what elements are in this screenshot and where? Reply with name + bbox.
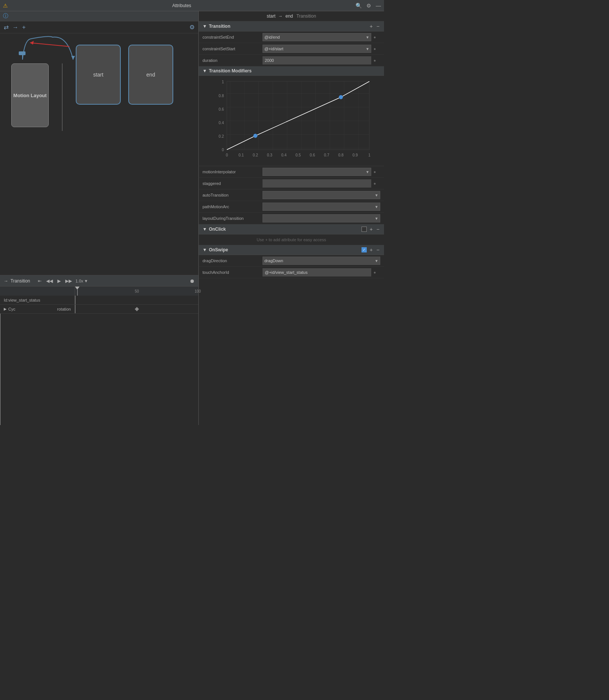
dropdown-arrow-layoutDuringTransition: ▼	[375, 216, 378, 221]
svg-text:0.4: 0.4	[219, 121, 224, 125]
svg-text:0.5: 0.5	[296, 153, 301, 157]
prop-dropdown-value-constraintSetEnd: @id/end	[264, 35, 280, 39]
transition-section-icons: + −	[369, 23, 380, 29]
prop-dropdown-value-dragDirection: dragDown	[264, 258, 283, 263]
prop-dropdown-motionInterpolator[interactable]: ▼	[262, 168, 371, 176]
playhead-line-track1	[75, 296, 75, 304]
svg-text:0.3: 0.3	[267, 153, 272, 157]
end-state-box[interactable]: end	[128, 45, 173, 105]
prop-row-layoutDuringTransition: layoutDuringTransition ▼	[199, 213, 384, 224]
motion-layout-box[interactable]: Motion Layout	[11, 63, 49, 127]
prop-dropdown-pathMotionArc[interactable]: ▼	[262, 203, 380, 211]
minimize-icon[interactable]: —	[376, 3, 381, 9]
search-icon[interactable]: 🔍	[356, 3, 362, 9]
prop-input-touchAnchorId[interactable]	[262, 268, 371, 276]
svg-text:0.6: 0.6	[310, 153, 315, 157]
onswipe-section-header[interactable]: ▼ OnSwipe ✓ + −	[199, 245, 384, 255]
prop-dropdown-autoTransition[interactable]: ▼	[262, 191, 380, 199]
prop-dropdown-constraintSetEnd[interactable]: @id/end ▼	[262, 33, 371, 41]
ruler-mark-50: 50	[135, 289, 139, 293]
prop-label-dragDirection: dragDirection	[202, 258, 262, 263]
prop-row-autoTransition: autoTransition ▼	[199, 189, 384, 201]
tool-icon-2[interactable]: →	[12, 24, 18, 31]
transition-add-btn[interactable]: +	[369, 23, 374, 29]
play-btn[interactable]: ▶	[56, 278, 62, 284]
end-label: end	[146, 72, 155, 78]
onclick-checkbox[interactable]	[362, 227, 367, 232]
transition-remove-btn[interactable]: −	[376, 23, 380, 29]
curve-point-2[interactable]	[339, 95, 343, 99]
dropdown-arrow-motionInterpolator: ▼	[366, 170, 369, 174]
svg-text:0.9: 0.9	[352, 153, 358, 157]
main-layout: ⓘ ⇄ → + ⚙ Motion Layout	[0, 11, 384, 425]
svg-rect-4	[19, 51, 26, 55]
transition-end: end	[285, 14, 293, 19]
onclick-hint-text: Use + to add attribute for easy access	[257, 237, 326, 242]
svg-line-1	[30, 43, 69, 47]
start-label: start	[93, 72, 103, 78]
track1-area	[75, 296, 198, 304]
prop-value-autoTransition: ▼	[262, 191, 380, 199]
transition-word: Transition	[297, 14, 316, 19]
speed-selector[interactable]: 1.0x ▼	[75, 279, 88, 283]
prop-pin-duration[interactable]: ●	[374, 58, 380, 63]
playhead-line-empty	[0, 314, 0, 425]
keyframe-diamond[interactable]	[135, 307, 139, 311]
onswipe-add-btn[interactable]: +	[369, 247, 374, 253]
onswipe-checkbox[interactable]: ✓	[362, 247, 367, 252]
svg-marker-0	[71, 56, 75, 60]
prop-dropdown-layoutDuringTransition[interactable]: ▼	[262, 214, 380, 222]
svg-text:1: 1	[222, 80, 224, 84]
back-to-start-btn[interactable]: ⇤	[37, 278, 43, 284]
prop-pin-touchAnchorId[interactable]: ●	[374, 270, 380, 275]
prop-label-pathMotionArc: pathMotionArc	[202, 204, 262, 209]
transition-section-header[interactable]: ▼ Transition + −	[199, 21, 384, 32]
prop-row-motionInterpolator: motionInterpolator ▼ ●	[199, 166, 384, 178]
track2-label: ▶ Cyc rotation	[0, 305, 75, 313]
transition-modifiers-title-group: ▼ Transition Modifiers	[202, 68, 252, 74]
track2-value-text: rotation	[57, 307, 71, 311]
prop-pin-staggered[interactable]: ●	[374, 181, 380, 186]
svg-text:0.8: 0.8	[338, 153, 344, 157]
prop-row-dragDirection: dragDirection dragDown ▼	[199, 255, 384, 267]
track2-expand-icon[interactable]: ▶	[4, 307, 7, 311]
onswipe-remove-btn[interactable]: −	[376, 247, 380, 253]
canvas-toolbar-right: ⚙	[189, 24, 195, 31]
canvas-settings-icon[interactable]: ⚙	[189, 24, 195, 30]
tool-icon-1[interactable]: ⇄	[4, 24, 9, 31]
curve-point-1[interactable]	[254, 134, 257, 138]
record-icon[interactable]: ⏺	[189, 278, 195, 284]
prop-input-duration[interactable]	[262, 56, 371, 65]
bottom-toolbar-title: → Transition	[4, 278, 30, 284]
prop-pin-motionInterpolator[interactable]: ●	[374, 170, 380, 174]
canvas-area: ⓘ ⇄ → + ⚙ Motion Layout	[0, 11, 198, 275]
transition-start: start	[267, 14, 275, 19]
prop-dropdown-value-constraintSetStart: @+id/start	[264, 47, 284, 51]
track2-label-text: Cyc	[8, 307, 15, 311]
transition-section-title-group: ▼ Transition	[202, 24, 230, 29]
onclick-section-header[interactable]: ▼ OnClick + −	[199, 224, 384, 234]
transition-collapse-icon: ▼	[202, 24, 207, 29]
onclick-section-title: OnClick	[209, 227, 226, 232]
prop-dropdown-constraintSetStart[interactable]: @+id/start ▼	[262, 45, 371, 53]
next-frame-btn[interactable]: ▶▶	[64, 278, 73, 284]
dropdown-arrow-dragDirection: ▼	[375, 259, 378, 263]
prop-pin-constraintSetEnd[interactable]: ●	[374, 35, 380, 39]
prev-frame-btn[interactable]: ◀◀	[45, 278, 54, 284]
prop-row-staggered: staggered ●	[199, 178, 384, 189]
prop-value-duration: ●	[262, 56, 380, 65]
prop-input-staggered[interactable]	[262, 179, 371, 188]
settings-icon[interactable]: ⚙	[366, 3, 371, 9]
bottom-toolbar: → Transition ⇤ ◀◀ ▶ ▶▶ 1.0x ▼ ⏺	[0, 275, 198, 287]
start-state-box[interactable]: start	[76, 45, 121, 105]
onclick-add-btn[interactable]: +	[369, 226, 374, 232]
transition-modifiers-title: Transition Modifiers	[209, 68, 252, 74]
prop-pin-constraintSetStart[interactable]: ●	[374, 47, 380, 51]
tool-icon-3[interactable]: +	[22, 24, 26, 31]
prop-dropdown-dragDirection[interactable]: dragDown ▼	[262, 257, 380, 265]
track2-area	[75, 305, 198, 313]
transition-modifiers-section-header[interactable]: ▼ Transition Modifiers	[199, 66, 384, 76]
onclick-collapse-icon: ▼	[202, 227, 207, 232]
onclick-remove-btn[interactable]: −	[376, 226, 380, 232]
svg-text:0.1: 0.1	[238, 153, 244, 157]
